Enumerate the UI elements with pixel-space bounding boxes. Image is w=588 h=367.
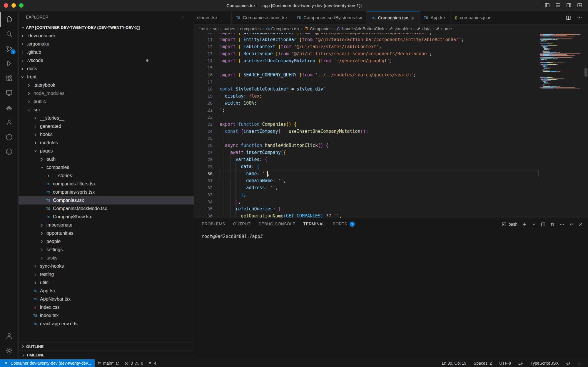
zoom-window-button[interactable]	[19, 3, 24, 8]
activity-run-debug[interactable]	[0, 56, 18, 71]
breadcrumb-item-src[interactable]: src	[213, 26, 218, 31]
views-more-actions-icon[interactable]	[183, 15, 187, 19]
activity-docker[interactable]	[0, 100, 18, 115]
tree-item-vscode[interactable]: .vscode	[19, 56, 194, 65]
code-line-21[interactable]: 21`;	[194, 107, 588, 114]
layout-customize-icon[interactable]	[577, 2, 583, 8]
tree-item-react-app-env-d-ts[interactable]: TSreact-app-env.d.ts	[19, 320, 194, 328]
code-line-36[interactable]: 36 getOperationName(GET_COMPANIES) ?? ''…	[194, 212, 588, 218]
breadcrumb-item-handleaddbuttonclick[interactable]: handleAddButtonClick	[337, 26, 384, 31]
more-actions-icon[interactable]	[559, 222, 564, 227]
tree-item-app-tsx[interactable]: TSApp.tsx	[19, 287, 194, 295]
scrollbar-slider[interactable]	[584, 68, 587, 77]
activity-source-control[interactable]: 1	[0, 41, 18, 56]
tree-item-index-css[interactable]: #index.css	[19, 303, 194, 311]
editor-scrollbar[interactable]	[584, 33, 588, 218]
code-line-29[interactable]: 29 data: {	[194, 163, 588, 170]
tree-item-modules[interactable]: modules	[19, 139, 194, 147]
close-icon[interactable]	[410, 16, 415, 20]
launch-profile-icon[interactable]	[531, 222, 536, 227]
code-line-26[interactable]: 26 async function handleAddButtonClick()…	[194, 142, 588, 149]
forwarded-ports-status[interactable]: 4	[146, 359, 159, 367]
activity-github[interactable]	[0, 144, 18, 159]
activity-kubernetes[interactable]	[0, 130, 18, 144]
activity-search[interactable]	[0, 27, 18, 41]
tab-stories-tsx[interactable]: stories.tsx	[194, 11, 232, 24]
tree-item-stories[interactable]: __stories__	[19, 114, 194, 122]
kill-terminal-icon[interactable]	[550, 222, 555, 227]
breadcrumb-item-companies[interactable]: companies	[240, 26, 261, 31]
tree-item-companiesmockmode-tsx[interactable]: TSCompaniesMockMode.tsx	[19, 205, 194, 213]
code-line-25[interactable]: 25	[194, 135, 588, 142]
tree-item-pages[interactable]: pages	[19, 147, 194, 155]
tree-item-utils[interactable]: utils	[19, 279, 194, 287]
tab-app-tsx[interactable]: TSApp.tsx	[420, 11, 450, 24]
remote-indicator[interactable]: Container dev-twenty-dev (dev-twenty-dev…	[0, 359, 95, 367]
tree-item-appnavbar-tsx[interactable]: TSAppNavbar.tsx	[19, 295, 194, 303]
code-line-15[interactable]: 15	[194, 64, 588, 71]
breadcrumb-item-pages[interactable]: pages	[223, 26, 235, 31]
tree-item-stories[interactable]: __stories__	[19, 172, 194, 180]
panel-tab-problems[interactable]: PROBLEMS	[202, 218, 225, 230]
code-line-28[interactable]: 28 variables: {	[194, 156, 588, 163]
tree-item-generated[interactable]: generated	[19, 122, 194, 130]
tab-companies-sortby-stories-tsx[interactable]: TSCompanies.sortBy.stories.tsx	[292, 11, 367, 24]
new-terminal-icon[interactable]	[522, 222, 527, 227]
problems-status[interactable]: 00	[122, 359, 146, 367]
tree-item-src[interactable]: src	[19, 106, 194, 114]
tree-item-node-modules[interactable]: node_modules	[19, 89, 194, 98]
tree-item-companies-tsx[interactable]: TSCompanies.tsx	[19, 196, 194, 205]
code-line-14[interactable]: 14import { useInsertOneCompanyMutation }…	[194, 57, 588, 64]
breadcrumb-item-companies[interactable]: Companies	[304, 26, 331, 31]
code-line-12[interactable]: 12import { TableContext }from '@/ui/tabl…	[194, 43, 588, 50]
feedback-status[interactable]	[564, 361, 573, 366]
code-editor[interactable]: 10import { WithTopBarContainer }from '@/…	[194, 33, 588, 218]
code-line-32[interactable]: 32 address: '',	[194, 184, 588, 191]
tree-item-sync-hooks[interactable]: sync-hooks	[19, 262, 194, 270]
tree-item-devcontainer[interactable]: .devcontainer	[19, 32, 194, 40]
indentation-status[interactable]: Spaces: 2	[471, 361, 494, 366]
tab-companies-stories-tsx[interactable]: TSCompanies.stories.tsx	[232, 11, 292, 24]
breadcrumb-item-variables[interactable]: variables	[389, 26, 412, 31]
breadcrumb-item-data[interactable]: data	[417, 26, 430, 31]
tree-item-auth[interactable]: auth	[19, 155, 194, 163]
sidebar-section-outline[interactable]: OUTLINE	[19, 342, 194, 351]
code-line-34[interactable]: 34 },	[194, 198, 588, 205]
close-panel-icon[interactable]	[578, 222, 583, 227]
code-line-17[interactable]: 17	[194, 78, 588, 86]
tree-item-hooks[interactable]: hooks	[19, 130, 194, 139]
tree-item-public[interactable]: public	[19, 98, 194, 106]
code-line-10[interactable]: 10import { WithTopBarContainer }from '@/…	[194, 33, 588, 36]
panel-tab-terminal[interactable]: TERMINAL	[303, 218, 325, 230]
tree-item-impersonate[interactable]: impersonate	[19, 221, 194, 229]
minimize-window-button[interactable]	[11, 3, 16, 8]
tab-companies-tsx[interactable]: TSCompanies.tsx	[367, 11, 419, 24]
activity-remote-explorer[interactable]	[0, 86, 18, 100]
tree-item-companyshow-tsx[interactable]: TSCompanyShow.tsx	[19, 213, 194, 221]
tree-item-github[interactable]: .github	[19, 48, 194, 56]
tree-item-front[interactable]: front	[19, 73, 194, 81]
code-line-31[interactable]: 31 domainName: '',	[194, 177, 588, 184]
maximize-panel-icon[interactable]	[569, 222, 574, 227]
tree-item-tasks[interactable]: tasks	[19, 254, 194, 262]
activity-live-share[interactable]	[0, 115, 18, 130]
sidebar-section-timeline[interactable]: TIMELINE	[19, 351, 194, 359]
panel-tab-output[interactable]: OUTPUT	[233, 218, 250, 230]
breadcrumb-item-name[interactable]: name	[436, 26, 452, 31]
split-editor-icon[interactable]	[566, 15, 571, 21]
code-line-16[interactable]: 16import { SEARCH_COMPANY_QUERY }from '.…	[194, 71, 588, 78]
code-line-30[interactable]: 30 name: '',	[194, 170, 588, 177]
workspace-section-header[interactable]: APP [CONTAINER DEV-TWENTY-DEV (DEV-TWENT…	[19, 23, 194, 32]
code-line-24[interactable]: 24 const [insertCompany] = useInsertOneC…	[194, 128, 588, 135]
more-actions-icon[interactable]	[577, 15, 582, 21]
branch-status[interactable]: main*	[95, 359, 122, 367]
tree-item-ergomake[interactable]: .ergomake	[19, 40, 194, 48]
split-terminal-icon[interactable]	[541, 222, 546, 227]
code-line-11[interactable]: 11import { EntityTableActionBar }from '@…	[194, 36, 588, 43]
panel-tab-debug-console[interactable]: DEBUG CONSOLE	[258, 218, 295, 230]
code-line-22[interactable]: 22	[194, 114, 588, 121]
code-line-27[interactable]: 27 await insertCompany({	[194, 149, 588, 156]
tree-item-storybook[interactable]: .storybook	[19, 81, 194, 89]
tree-item-people[interactable]: people	[19, 237, 194, 246]
activity-extensions[interactable]	[0, 71, 18, 86]
